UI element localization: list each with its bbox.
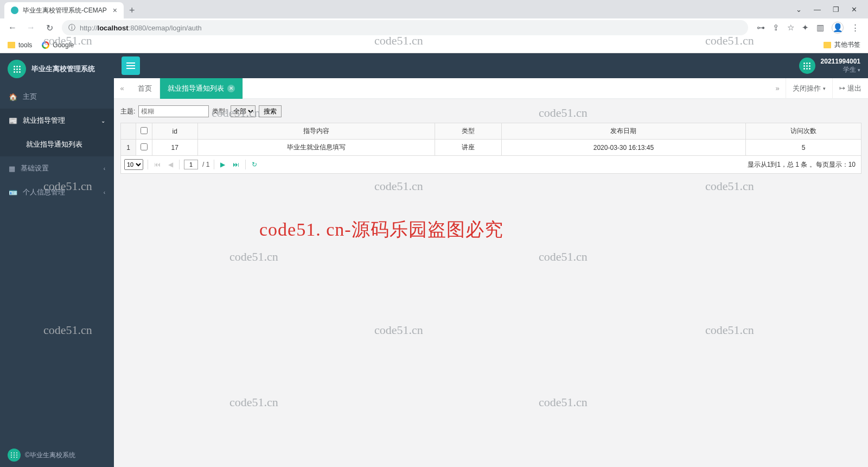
sidebar: 毕业生离校管理系统 🏠 主页 📰 就业指导管理 ⌄ 就业指导通知列表 ▦ 基础设…	[0, 53, 114, 467]
close-operations-dropdown[interactable]: 关闭操作 ▾	[786, 78, 832, 99]
tab-home[interactable]: 首页	[130, 78, 160, 99]
pager: 10 ⏮ ◀ / 1 ▶ ⏭ ↻ 显示从1到1，总 1 条 。每页显示：10	[120, 156, 861, 174]
col-type[interactable]: 类型	[435, 123, 501, 140]
row-checkbox[interactable]	[141, 143, 148, 150]
col-content[interactable]: 指导内容	[197, 123, 435, 140]
first-page-button[interactable]: ⏮	[152, 161, 162, 168]
type-select[interactable]: 全部	[231, 105, 256, 117]
sidebar-item-home[interactable]: 🏠 主页	[0, 85, 114, 109]
star-icon[interactable]: ☆	[787, 23, 794, 33]
caret-down-icon[interactable]: ⌄	[796, 5, 802, 14]
last-page-button[interactable]: ⏭	[231, 161, 241, 168]
col-rownum	[121, 123, 136, 140]
menu-icon[interactable]: ⋮	[851, 23, 859, 33]
chevron-left-icon: ‹	[104, 166, 105, 172]
cell-id: 17	[152, 140, 198, 156]
close-ops-label: 关闭操作	[793, 84, 821, 93]
news-icon: 📰	[9, 117, 17, 125]
tabs-scroll-right[interactable]: »	[769, 84, 786, 92]
bookmark-label: Google	[53, 41, 74, 49]
user-role: 学生	[821, 65, 860, 74]
bookmark-google[interactable]: Google	[42, 41, 74, 49]
site-info-icon[interactable]: ⓘ	[68, 23, 75, 33]
user-icon: 🪪	[9, 188, 17, 197]
bookmark-tools[interactable]: tools	[8, 41, 32, 49]
pager-info: 显示从1到1，总 1 条 。每页显示：10	[748, 160, 861, 169]
key-icon[interactable]: ⊶	[757, 23, 765, 33]
sidebar-footer: ©毕业生离校系统	[0, 443, 114, 467]
sidebar-item-guide[interactable]: 📰 就业指导管理 ⌄	[0, 109, 114, 132]
browser-chrome: 毕业生离校管理系统-CEMAP × + ⌄ — ❐ ✕ ← → ↻ ⓘ http…	[0, 0, 868, 53]
minimize-icon[interactable]: —	[814, 5, 821, 14]
maximize-icon[interactable]: ❐	[833, 5, 839, 14]
close-window-icon[interactable]: ✕	[851, 5, 857, 14]
total-pages: / 1	[202, 161, 209, 168]
home-icon: 🏠	[9, 93, 17, 101]
table-header-row: id 指导内容 类型 发布日期 访问次数	[121, 123, 861, 140]
bookmark-other[interactable]: 其他书签	[824, 40, 860, 49]
tab-favicon-icon	[11, 7, 18, 14]
address-bar: ← → ↻ ⓘ http://localhost:8080/cemap/logi…	[0, 18, 868, 37]
new-tab-button[interactable]: +	[129, 5, 135, 16]
data-table: id 指导内容 类型 发布日期 访问次数 1 17 毕业生就业信息填写 讲座	[120, 123, 861, 156]
window-controls: ⌄ — ❐ ✕	[796, 5, 864, 14]
col-visits[interactable]: 访问次数	[745, 123, 861, 140]
app-logo-icon	[8, 60, 26, 78]
select-all-checkbox[interactable]	[141, 127, 148, 134]
toggle-sidebar-button[interactable]	[122, 56, 140, 75]
bookmark-label: 其他书签	[834, 40, 860, 49]
subject-label: 主题:	[120, 107, 135, 116]
app-title: 毕业生离校管理系统	[31, 64, 95, 74]
sidebar-item-personal[interactable]: 🪪 个人信息管理 ‹	[0, 180, 114, 204]
footer-text: ©毕业生离校系统	[25, 451, 75, 460]
user-id: 20211994001	[821, 58, 860, 65]
extensions-icon[interactable]: ✦	[802, 23, 809, 33]
col-date[interactable]: 发布日期	[501, 123, 745, 140]
content-panel: 主题: 类型: 全部 搜索 id 指导内容 类型 发布日期	[114, 99, 868, 467]
subject-input[interactable]	[138, 105, 209, 117]
refresh-icon[interactable]: ↻	[250, 161, 259, 168]
tab-title: 毕业生离校管理系统-CEMAP	[23, 6, 107, 15]
footer-logo-icon	[8, 449, 21, 462]
table-row[interactable]: 1 17 毕业生就业信息填写 讲座 2020-03-30 16:13:45 5	[121, 140, 861, 156]
search-bar: 主题: 类型: 全部 搜索	[120, 105, 861, 117]
bookmark-bar: tools Google 其他书签	[0, 37, 868, 53]
topbar-user[interactable]: 20211994001 学生	[799, 58, 860, 74]
prev-page-button[interactable]: ◀	[167, 161, 175, 168]
logout-label: 退出	[847, 84, 861, 93]
page-input[interactable]	[184, 160, 198, 169]
search-button[interactable]: 搜索	[259, 105, 282, 117]
tab-label: 就业指导通知列表	[168, 84, 224, 93]
sidebar-item-basic[interactable]: ▦ 基础设置 ‹	[0, 156, 114, 180]
cell-content: 毕业生就业信息填写	[197, 140, 435, 156]
forward-button[interactable]: →	[23, 20, 39, 36]
reload-button[interactable]: ↻	[41, 20, 58, 36]
page-size-select[interactable]: 10	[124, 159, 143, 170]
folder-icon	[824, 42, 831, 48]
sidebar-item-label: 主页	[23, 92, 37, 102]
cell-rownum: 1	[121, 140, 136, 156]
url-field[interactable]: ⓘ http://localhost:8080/cemap/login/auth	[62, 20, 748, 35]
tab-close-icon[interactable]: ✕	[227, 85, 235, 92]
back-button[interactable]: ←	[4, 20, 21, 36]
sidebar-item-label: 就业指导通知列表	[26, 140, 82, 149]
sidepanel-icon[interactable]: ▥	[816, 23, 824, 33]
share-icon[interactable]: ⇪	[773, 23, 780, 33]
caret-down-icon: ▾	[823, 86, 826, 91]
tab-guide-list[interactable]: 就业指导通知列表 ✕	[160, 78, 243, 99]
type-label: 类型:	[212, 107, 227, 116]
logout-icon: ↦	[839, 84, 845, 92]
tabs-scroll-left[interactable]: «	[114, 84, 130, 92]
browser-tab-bar: 毕业生离校管理系统-CEMAP × + ⌄ — ❐ ✕	[0, 0, 868, 18]
sidebar-item-label: 基础设置	[21, 163, 49, 173]
next-page-button[interactable]: ▶	[219, 161, 227, 168]
col-id[interactable]: id	[152, 123, 198, 140]
sidebar-item-guide-list[interactable]: 就业指导通知列表	[0, 132, 114, 156]
user-info: 20211994001 学生	[821, 58, 860, 74]
logout-button[interactable]: ↦ 退出	[832, 78, 868, 99]
tab-close-icon[interactable]: ×	[113, 6, 117, 15]
browser-tab[interactable]: 毕业生离校管理系统-CEMAP ×	[4, 2, 124, 18]
profile-icon[interactable]: 👤	[832, 22, 844, 34]
addr-actions: ⊶ ⇪ ☆ ✦ ▥ 👤 ⋮	[752, 22, 864, 34]
page-tabs: « 首页 就业指导通知列表 ✕ » 关闭操作 ▾ ↦ 退出	[114, 78, 868, 99]
